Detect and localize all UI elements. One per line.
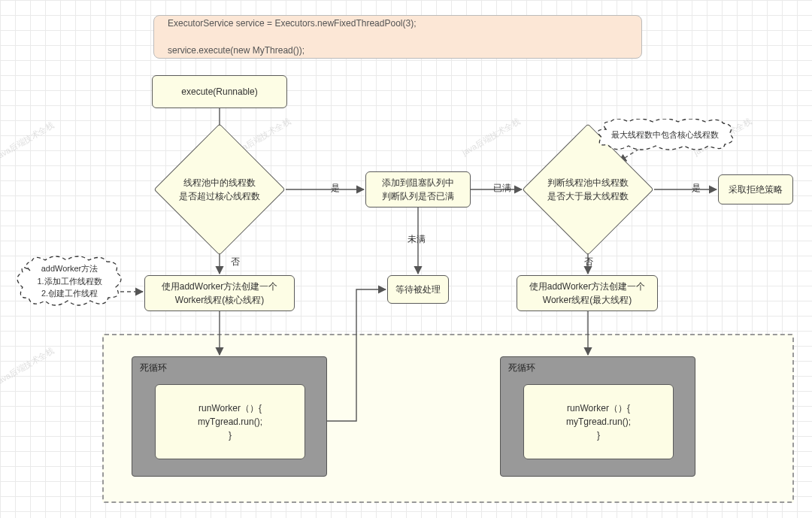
decision-max-threads-label: 判断线程池中线程数 是否大于最大线程数 [541, 143, 635, 236]
run-worker-box-1: runWorker（）{ myTgread.run(); } [155, 384, 305, 459]
decision-core-threads-label: 线程池中的线程数 是否超过核心线程数 [173, 143, 266, 236]
execute-runnable-box: execute(Runnable) [152, 75, 287, 108]
reject-policy-label: 采取拒绝策略 [729, 183, 783, 196]
run-worker-2-label: runWorker（）{ myTgread.run(); } [566, 401, 631, 442]
code-line-1: ExecutorService service = Executors.newF… [168, 17, 416, 30]
add-worker-max-label: 使用addWorker方法创建一个 Worker线程(最大线程) [529, 280, 645, 307]
wait-process-box: 等待被处理 [387, 275, 449, 304]
edge-label-no-1: 否 [231, 256, 240, 268]
cloud-maxthreads-text: 最大线程数中包含核心线程数 [605, 129, 725, 141]
code-snippet-box: ExecutorService service = Executors.newF… [153, 15, 642, 59]
add-to-queue-box: 添加到阻塞队列中 判断队列是否已满 [365, 171, 471, 208]
run-worker-1-label: runWorker（）{ myTgread.run(); } [198, 401, 262, 442]
edge-label-yes-2: 是 [692, 182, 701, 195]
cloud-addworker-note: addWorker方法 1.添加工作线程数 2.创建工作线程 [15, 256, 124, 307]
decision-core-threads: 线程池中的线程数 是否超过核心线程数 [173, 143, 266, 236]
decision-max-threads: 判断线程池中线程数 是否大于最大线程数 [541, 143, 635, 236]
cloud-maxthreads-note: 最大线程数中包含核心线程数 [594, 119, 735, 150]
edge-label-yes-1: 是 [331, 182, 340, 195]
execute-runnable-label: execute(Runnable) [181, 85, 257, 98]
reject-policy-box: 采取拒绝策略 [718, 174, 793, 204]
add-to-queue-label: 添加到阻塞队列中 判断队列是否已满 [382, 176, 454, 203]
edge-label-full: 已满 [493, 182, 511, 195]
loop-group-2: 死循环 runWorker（）{ myTgread.run(); } [500, 356, 695, 477]
add-worker-core-box: 使用addWorker方法创建一个 Worker线程(核心线程) [144, 275, 295, 311]
code-line-2: service.execute(new MyThread()); [168, 44, 416, 57]
edge-label-notfull: 未满 [408, 233, 426, 246]
edge-label-no-2: 否 [584, 256, 593, 268]
cloud-addworker-text: addWorker方法 1.添加工作线程数 2.创建工作线程 [31, 262, 108, 300]
add-worker-core-label: 使用addWorker方法创建一个 Worker线程(核心线程) [162, 280, 277, 307]
wait-process-label: 等待被处理 [395, 283, 441, 296]
run-worker-box-2: runWorker（）{ myTgread.run(); } [523, 384, 674, 459]
loop-2-title: 死循环 [508, 362, 535, 374]
loop-group-1: 死循环 runWorker（）{ myTgread.run(); } [132, 356, 327, 477]
add-worker-max-box: 使用addWorker方法创建一个 Worker线程(最大线程) [517, 275, 658, 311]
loop-1-title: 死循环 [140, 362, 167, 374]
